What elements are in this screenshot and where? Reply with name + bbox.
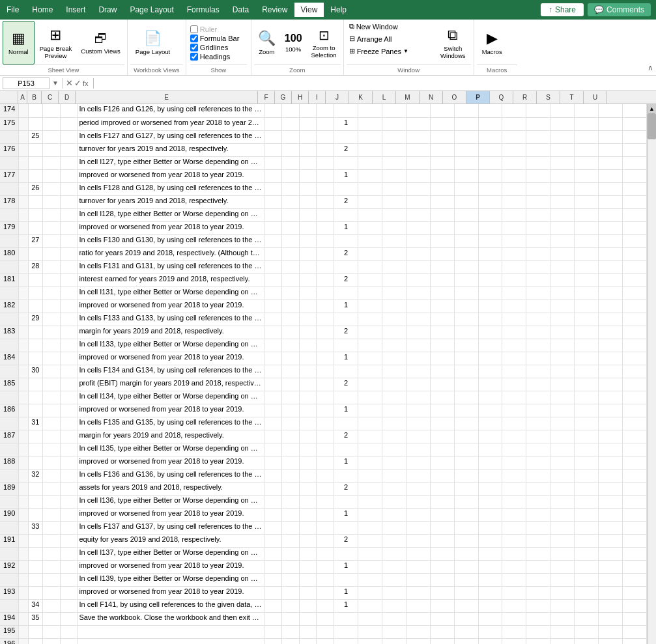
cell-m[interactable] — [406, 469, 430, 482]
cell-a[interactable] — [19, 221, 28, 234]
cell-v[interactable] — [622, 521, 646, 534]
cell-v[interactable] — [622, 195, 646, 208]
cell-e[interactable]: margin for years 2019 and 2018, respecti… — [78, 326, 264, 339]
cell-f[interactable] — [264, 599, 282, 612]
cell-i[interactable] — [317, 417, 334, 430]
cell-a[interactable] — [19, 521, 28, 534]
cell-j[interactable] — [334, 208, 358, 221]
cell-f[interactable] — [264, 339, 282, 352]
cell-d[interactable] — [60, 534, 78, 547]
cell-p[interactable] — [478, 182, 502, 195]
cell-l[interactable] — [382, 443, 406, 456]
switch-windows-button[interactable]: ⧉ Switch Windows — [435, 21, 471, 64]
cell-j[interactable]: 1 — [334, 586, 358, 599]
cell-h[interactable] — [299, 508, 317, 521]
cell-j[interactable] — [334, 469, 358, 482]
cell-e[interactable]: In cell I131, type either Better or Wors… — [78, 287, 264, 300]
cell-g[interactable] — [282, 117, 300, 130]
cell-l[interactable] — [382, 273, 406, 287]
cell-a[interactable] — [19, 391, 28, 404]
cell-b[interactable]: 29 — [28, 313, 43, 326]
cell-p[interactable] — [478, 130, 502, 143]
cell-v[interactable] — [622, 273, 646, 287]
cell-u[interactable] — [599, 612, 623, 625]
cell-f[interactable] — [264, 234, 282, 247]
cell-i[interactable] — [317, 430, 334, 443]
cell-e[interactable]: In cell I139, type either Better or Wors… — [78, 573, 264, 586]
cell-o[interactable] — [454, 195, 478, 208]
cell-d[interactable] — [60, 365, 78, 378]
cell-u[interactable] — [599, 234, 623, 247]
cell-g[interactable] — [282, 378, 300, 391]
cell-t[interactable] — [575, 482, 599, 495]
cell-t[interactable] — [575, 599, 599, 612]
cell-s[interactable] — [550, 156, 575, 169]
cell-q[interactable] — [502, 247, 526, 260]
cell-t[interactable] — [575, 612, 599, 625]
cell-h[interactable] — [299, 534, 317, 547]
cell-d[interactable] — [60, 143, 78, 156]
cell-o[interactable] — [454, 104, 478, 117]
cell-e[interactable]: turnover for years 2019 and 2018, respec… — [78, 195, 264, 208]
cell-g[interactable] — [282, 638, 300, 644]
cell-d[interactable] — [60, 234, 78, 247]
cell-c[interactable] — [43, 117, 61, 130]
cell-e[interactable]: In cell I127, type either Better or Wors… — [78, 156, 264, 169]
cell-s[interactable] — [550, 547, 575, 560]
cell-a[interactable] — [19, 573, 28, 586]
cell-i[interactable] — [317, 560, 334, 573]
cell-i[interactable] — [317, 456, 334, 469]
cell-l[interactable] — [382, 169, 406, 182]
cell-q[interactable] — [502, 521, 526, 534]
arrange-all-button[interactable]: ⊟ Arrange All — [347, 33, 434, 44]
cell-j[interactable]: 2 — [334, 326, 358, 339]
cell-a[interactable] — [19, 300, 28, 313]
cell-g[interactable] — [282, 469, 300, 482]
cell-f[interactable] — [264, 586, 282, 599]
cell-n[interactable] — [430, 586, 454, 599]
cell-c[interactable] — [43, 352, 61, 365]
cell-i[interactable] — [317, 130, 334, 143]
cell-q[interactable] — [502, 352, 526, 365]
cell-j[interactable]: 1 — [334, 560, 358, 573]
cell-l[interactable] — [382, 234, 406, 247]
tab-home[interactable]: Home — [25, 3, 59, 17]
cell-b[interactable]: 33 — [28, 521, 43, 534]
cell-j[interactable]: 1 — [334, 169, 358, 182]
cell-d[interactable] — [60, 443, 78, 456]
cell-l[interactable] — [382, 365, 406, 378]
cell-q[interactable] — [502, 534, 526, 547]
cell-q[interactable] — [502, 560, 526, 573]
cell-q[interactable] — [502, 638, 526, 644]
cell-o[interactable] — [454, 469, 478, 482]
cell-s[interactable] — [550, 482, 575, 495]
cell-n[interactable] — [430, 638, 454, 644]
cell-m[interactable] — [406, 495, 430, 508]
cell-r[interactable] — [526, 599, 550, 612]
cell-l[interactable] — [382, 521, 406, 534]
cell-u[interactable] — [599, 313, 623, 326]
cell-s[interactable] — [550, 638, 575, 644]
cell-t[interactable] — [575, 169, 599, 182]
cell-c[interactable] — [43, 169, 61, 182]
cell-s[interactable] — [550, 339, 575, 352]
cell-j[interactable]: 1 — [334, 508, 358, 521]
cell-v[interactable] — [622, 404, 646, 417]
cell-o[interactable] — [454, 221, 478, 234]
cell-g[interactable] — [282, 352, 300, 365]
cell-v[interactable] — [622, 365, 646, 378]
cell-n[interactable] — [430, 143, 454, 156]
cell-v[interactable] — [622, 143, 646, 156]
cell-b[interactable] — [28, 156, 43, 169]
cell-f[interactable] — [264, 417, 282, 430]
cell-b[interactable] — [28, 117, 43, 130]
cell-p[interactable] — [478, 417, 502, 430]
cell-o[interactable] — [454, 339, 478, 352]
cell-l[interactable] — [382, 130, 406, 143]
cell-r[interactable] — [526, 130, 550, 143]
cell-s[interactable] — [550, 208, 575, 221]
cell-m[interactable] — [406, 391, 430, 404]
cell-s[interactable] — [550, 247, 575, 260]
cell-q[interactable] — [502, 391, 526, 404]
cell-b[interactable] — [28, 456, 43, 469]
